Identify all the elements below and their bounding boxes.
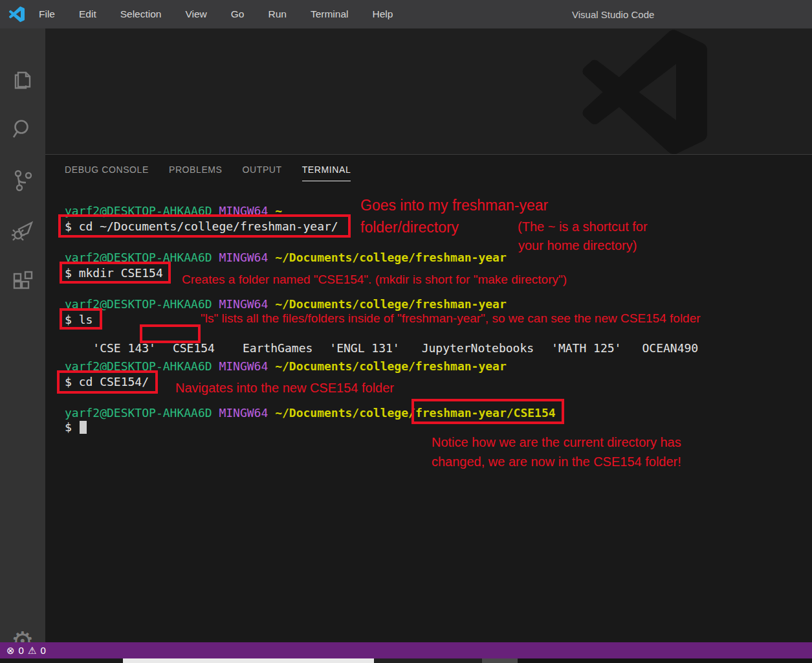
source-control-icon[interactable] bbox=[10, 168, 36, 194]
ls-item: OCEAN490 bbox=[642, 342, 698, 355]
path-boxed-segment: freshman-year/CSE154 bbox=[415, 406, 556, 420]
warnings-icon: ⚠ bbox=[28, 646, 36, 655]
ls-item-cse154: CSE154 bbox=[173, 342, 215, 355]
prompt-line-4: yarf2@DESKTOP-AHKAA6D MINGW64 ~/Document… bbox=[65, 360, 507, 373]
bottom-strip-segment bbox=[518, 658, 812, 663]
editor-area bbox=[45, 28, 812, 154]
annotation-goes-into-line1: Goes into my freshman-year bbox=[360, 197, 548, 214]
errors-icon: ⊗ bbox=[6, 646, 15, 655]
annotation-notice-line2: changed, we are now in the CSE154 folder… bbox=[432, 455, 681, 469]
ls-item: 'ENGL 131' bbox=[329, 342, 399, 355]
errors-count: 0 bbox=[19, 645, 24, 656]
command-mkdir: $ mkdir CSE154 bbox=[65, 267, 163, 280]
menu-selection[interactable]: Selection bbox=[120, 8, 162, 20]
bottom-strip-segment bbox=[374, 658, 482, 663]
annotation-ls-note: "ls" lists all the files/folders inside … bbox=[201, 311, 701, 326]
menu-file[interactable]: File bbox=[39, 8, 55, 20]
command-cd-freshman-year: $ cd ~/Documents/college/freshman-year/ bbox=[65, 220, 338, 233]
tab-debug-console[interactable]: DEBUG CONSOLE bbox=[65, 164, 149, 181]
annotation-mkdir-note: Creates a folder named "CSE154". (mkdir … bbox=[182, 273, 567, 287]
window-title: Visual Studio Code bbox=[572, 0, 654, 28]
menu-bar: File Edit Selection View Go Run Terminal… bbox=[39, 8, 393, 20]
ls-item: 'CSE 143' bbox=[93, 342, 156, 355]
annotation-tilde-line1: (The ~ is a shortcut for bbox=[518, 219, 648, 234]
vscode-watermark-icon bbox=[581, 30, 709, 154]
menu-go[interactable]: Go bbox=[231, 8, 245, 20]
command-cd-cse154: $ cd CSE154/ bbox=[65, 376, 149, 388]
current-prompt-line[interactable]: $ bbox=[65, 421, 87, 434]
menu-run[interactable]: Run bbox=[268, 8, 286, 20]
run-and-debug-icon[interactable] bbox=[10, 218, 36, 243]
vscode-window: File Edit Selection View Go Run Terminal… bbox=[0, 0, 812, 663]
prompt-line-3: yarf2@DESKTOP-AHKAA6D MINGW64 ~/Document… bbox=[65, 298, 507, 311]
annotation-tilde-line2: your home directory) bbox=[518, 238, 637, 253]
menu-view[interactable]: View bbox=[185, 8, 206, 20]
tab-terminal[interactable]: TERMINAL bbox=[302, 164, 351, 181]
extensions-icon[interactable] bbox=[10, 269, 36, 295]
bottom-strip-segment bbox=[0, 658, 123, 663]
panel-tabs: DEBUG CONSOLE PROBLEMS OUTPUT TERMINAL bbox=[65, 164, 351, 181]
prompt-line-1: yarf2@DESKTOP-AHKAA6D MINGW64 ~ bbox=[65, 205, 282, 218]
explorer-icon[interactable] bbox=[10, 67, 36, 93]
bottom-strip-segment bbox=[482, 658, 518, 663]
command-ls: $ ls bbox=[65, 313, 93, 326]
warnings-count: 0 bbox=[40, 645, 45, 656]
bottom-strip-segment bbox=[123, 658, 374, 663]
ls-item: 'MATH 125' bbox=[551, 342, 621, 355]
terminal-cursor bbox=[80, 421, 87, 434]
tab-output[interactable]: OUTPUT bbox=[243, 164, 282, 181]
ls-item: JupyterNotebooks bbox=[422, 342, 534, 355]
status-bar: ⊗ 0 ⚠ 0 bbox=[0, 642, 812, 658]
vscode-logo-icon bbox=[9, 6, 25, 22]
menu-edit[interactable]: Edit bbox=[79, 8, 96, 20]
problems-indicator[interactable]: ⊗ 0 ⚠ 0 bbox=[6, 645, 46, 656]
ls-item: EarthGames bbox=[243, 342, 313, 355]
menu-help[interactable]: Help bbox=[373, 8, 393, 20]
title-bar: File Edit Selection View Go Run Terminal… bbox=[0, 0, 812, 28]
activity-bar: ⚙ bbox=[0, 28, 45, 642]
search-icon[interactable] bbox=[10, 117, 36, 142]
prompt-line-2: yarf2@DESKTOP-AHKAA6D MINGW64 ~/Document… bbox=[65, 251, 507, 264]
tab-problems[interactable]: PROBLEMS bbox=[169, 164, 223, 181]
annotation-cd-note: Navigates into the new CSE154 folder bbox=[175, 381, 394, 396]
annotation-goes-into-line2: folder/directory bbox=[360, 219, 459, 236]
prompt-line-5: yarf2@DESKTOP-AHKAA6D MINGW64 ~/Document… bbox=[65, 407, 556, 420]
annotation-notice-line1: Notice how we are the current directory … bbox=[432, 435, 681, 450]
menu-terminal[interactable]: Terminal bbox=[311, 8, 349, 20]
